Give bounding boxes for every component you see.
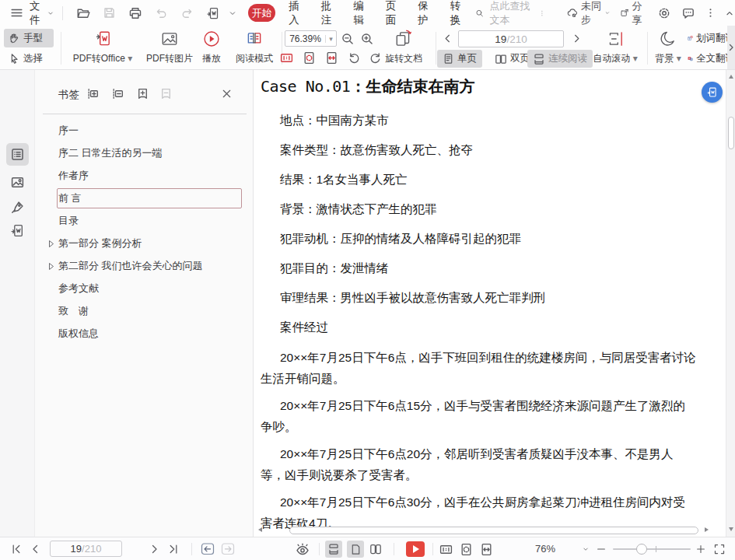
chevron-down-icon[interactable] [223,9,242,18]
page-number-input[interactable]: 19/210 [458,30,564,47]
annotations-panel-button[interactable] [6,196,29,219]
zoom-in-button[interactable] [694,542,708,556]
last-page-button[interactable] [166,542,180,556]
vertical-scroll-thumb[interactable] [728,117,734,149]
next-page-button[interactable] [148,542,162,556]
sync-status[interactable]: 未同步 [567,0,610,27]
tab-convert[interactable]: 转换 [445,0,467,27]
remove-bookmark-button[interactable] [159,87,173,100]
close-panel-button[interactable] [221,88,233,100]
first-page-button[interactable] [9,542,23,556]
zoom-slider-track[interactable] [613,548,691,550]
fullscreen-button[interactable] [712,542,726,556]
zoom-out-button[interactable] [341,32,355,46]
scroll-up-arrow[interactable] [729,75,733,79]
rotate-right-button[interactable] [369,51,382,65]
pdf-to-office-button[interactable]: PDF转Office ▾ [67,28,138,68]
horizontal-scrollbar[interactable] [254,524,726,537]
previous-page-button[interactable] [442,33,453,44]
fit-page-button[interactable] [459,542,473,556]
expand-all-button[interactable] [86,87,100,100]
feedback-button[interactable] [681,6,695,20]
more-menu-button[interactable] [705,7,716,19]
tab-page[interactable]: 页面 [380,0,402,27]
fit-page-button[interactable] [303,51,316,65]
presentation-play-button[interactable] [406,541,425,557]
share-button[interactable]: 分享 [620,0,646,27]
bookmark-item[interactable]: 序二 日常生活的另一端 [58,143,163,163]
scroll-down-arrow[interactable] [729,527,733,531]
vertical-scrollbar[interactable] [726,70,735,537]
select-tool-button[interactable]: 选择 [4,49,54,68]
export-panel-button[interactable] [6,219,29,242]
eye-protection-button[interactable] [296,542,310,556]
save-button[interactable] [96,6,122,19]
scroll-left-arrow[interactable] [258,527,262,532]
rotate-document-button[interactable]: 旋转文档 [381,28,426,68]
background-button[interactable]: 背景 ▾ [650,28,686,68]
scroll-right-arrow[interactable] [705,527,709,532]
collapse-ribbon-button[interactable] [724,8,735,19]
caret-right-icon[interactable] [48,263,54,270]
bookmark-item[interactable]: 目录 [58,211,79,231]
tab-edit[interactable]: 编辑 [348,0,369,27]
tab-home[interactable]: 开始 [248,4,275,22]
zoom-out-button[interactable] [594,542,608,556]
facing-pages-layout-button[interactable] [369,542,383,556]
bookmark-item-expandable[interactable]: 第一部分 案例分析 [58,233,142,254]
actual-size-button[interactable] [439,542,453,556]
status-bar: 19/210 76% [0,537,735,560]
bookmark-item-expandable[interactable]: 第二部分 我们也许会关心的问题 [58,256,203,276]
rotate-left-button[interactable] [348,51,361,65]
print-button[interactable] [122,6,149,20]
undo-button[interactable] [149,6,174,19]
tab-annotate[interactable]: 批注 [316,0,338,27]
hand-tool-button[interactable]: 手型 [4,29,54,47]
fit-width-button[interactable] [479,542,493,556]
previous-page-button[interactable] [28,542,42,556]
bookmark-item[interactable]: 参考文献 [58,278,99,299]
single-page-layout-button[interactable] [347,541,364,558]
single-page-mode-button[interactable]: 单页 [437,50,482,68]
add-bookmark-button[interactable] [136,87,149,100]
zoom-slider-knob[interactable] [636,544,647,555]
play-button[interactable]: 播放 [196,28,227,68]
toolbar-expand-button[interactable] [727,26,735,69]
bookmark-item[interactable]: 致 谢 [58,301,89,321]
document-page[interactable]: Case No.01：生命结束在南方 地点：中国南方某市 案件类型：故意伤害致人… [254,70,726,537]
zoom-preset-dropdown[interactable] [579,542,593,556]
zoom-in-button[interactable] [360,32,374,46]
next-page-button[interactable] [571,33,583,44]
continuous-reading-button[interactable]: 连续阅读 [527,50,593,68]
collapse-all-button[interactable] [111,87,124,100]
horizontal-scroll-thumb[interactable] [289,527,698,534]
tab-protect[interactable]: 保护 [412,0,434,27]
settings-button[interactable] [657,6,671,20]
hamburger-menu-icon[interactable] [10,6,23,19]
continuous-layout-button[interactable] [325,541,342,558]
fit-width-button[interactable] [325,51,338,65]
zoom-level-select[interactable]: 76.39% ▾ [285,30,337,47]
file-menu[interactable]: 文件 [30,0,54,27]
tab-insert[interactable]: 插入 [283,0,305,27]
convert-to-word-floating-button[interactable] [702,82,723,103]
bookmarks-panel-button[interactable] [6,143,29,166]
bookmark-item[interactable]: 作者序 [58,166,89,186]
pdf-to-image-button[interactable]: PDF转图片 [138,28,201,68]
open-file-button[interactable] [70,6,96,20]
forward-view-button[interactable] [221,542,235,556]
export-word-icon[interactable] [200,6,223,20]
zoom-percent[interactable]: 76% [535,543,555,555]
bookmark-item[interactable]: 版权信息 [58,324,99,344]
page-number-input[interactable]: 19/210 [50,541,122,557]
caret-right-icon[interactable] [48,240,54,247]
bookmark-item[interactable]: 序一 [58,121,79,141]
actual-size-button[interactable] [280,51,293,65]
auto-scroll-button[interactable]: 自动滚动 ▾ [588,28,642,68]
bookmark-item-selected[interactable]: 前 言 [58,188,82,208]
reading-mode-button[interactable]: 阅读模式 [230,28,278,68]
back-view-button[interactable] [201,542,215,556]
thumbnails-panel-button[interactable] [6,171,29,194]
search-box[interactable]: 点此查找文本 [475,0,545,27]
redo-button[interactable] [174,6,200,19]
